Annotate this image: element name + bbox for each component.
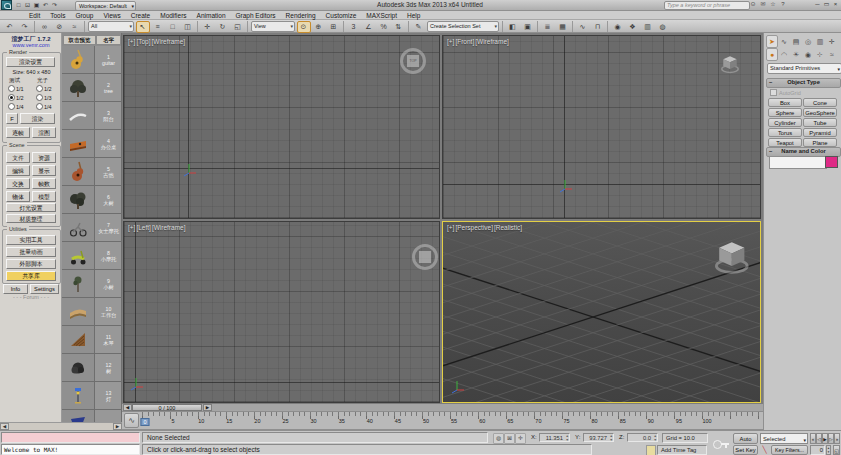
time-slider-right-arrow[interactable]: ▶ bbox=[203, 404, 212, 411]
select-and-link-button[interactable]: ∞ bbox=[38, 21, 52, 33]
helpers-category[interactable]: ⊹ bbox=[814, 48, 826, 61]
time-slider-left-arrow[interactable]: ◀ bbox=[123, 404, 132, 411]
select-and-manipulate-button[interactable]: ⊕ bbox=[312, 21, 326, 33]
material-editor-button[interactable]: ◉ bbox=[611, 21, 625, 33]
info-button[interactable]: Info bbox=[3, 284, 28, 294]
material-sort-button[interactable]: 材质整理 bbox=[6, 214, 56, 223]
model-list-item[interactable]: 13灯 bbox=[62, 382, 122, 410]
align-button[interactable]: ▣ bbox=[521, 21, 535, 33]
model-name-cell[interactable]: 13灯 bbox=[95, 382, 122, 409]
menu-maxscript[interactable]: MAXScript bbox=[361, 11, 402, 20]
viewcube[interactable] bbox=[412, 244, 438, 270]
model-name-cell[interactable]: 12树 bbox=[95, 354, 122, 381]
menu-group[interactable]: Group bbox=[70, 11, 98, 20]
model-name-cell[interactable]: 9小树 bbox=[95, 270, 122, 297]
key-filters-button[interactable]: Key Filters... bbox=[771, 445, 808, 455]
modify-tab[interactable]: ∿ bbox=[778, 35, 790, 48]
key-filter-set-dropdown[interactable]: Selected bbox=[760, 433, 808, 444]
3ds-max-logo[interactable] bbox=[1, 0, 12, 10]
model-list-item[interactable]: 2tree bbox=[62, 74, 122, 102]
viewport-name-token[interactable]: [Front] bbox=[455, 38, 474, 45]
viewport-name-token[interactable]: [Perspective] bbox=[455, 224, 493, 231]
create-teapot-button[interactable]: Teapot bbox=[768, 138, 802, 147]
utility-button-共享库[interactable]: 共享库 bbox=[6, 271, 56, 281]
viewport-menu-token[interactable]: [+] bbox=[447, 38, 454, 45]
create-geosphere-button[interactable]: GeoSphere bbox=[803, 108, 837, 117]
geometry-category[interactable]: ● bbox=[766, 48, 778, 61]
menu-create[interactable]: Create bbox=[126, 11, 156, 20]
viewport-name-token[interactable]: [Top] bbox=[136, 38, 150, 45]
viewcube[interactable] bbox=[721, 54, 739, 78]
scroll-right-icon[interactable]: ▶ bbox=[113, 423, 122, 430]
viewport-name-token[interactable]: [Left] bbox=[136, 224, 150, 231]
save-file-icon[interactable]: ▣ bbox=[32, 0, 41, 10]
model-name-cell[interactable]: 6大树 bbox=[95, 186, 122, 213]
plugin-website-link[interactable]: www.vemr.com bbox=[0, 42, 62, 48]
selection-filter-dropdown[interactable]: All bbox=[88, 21, 134, 32]
unlink-selection-button[interactable]: ⊘ bbox=[53, 21, 67, 33]
named-selection-sets-dropdown[interactable]: Create Selection Set bbox=[427, 21, 499, 32]
isolate-selection-toggle[interactable]: ◍ bbox=[493, 433, 504, 444]
percent-snap-toggle-button[interactable]: % bbox=[377, 21, 391, 33]
viewport-top[interactable]: [+][Top][Wireframe] TOP bbox=[123, 35, 440, 219]
scene-button-文件[interactable]: 文件 bbox=[6, 152, 30, 163]
create-sphere-button[interactable]: Sphere bbox=[768, 108, 802, 117]
close-button[interactable]: × bbox=[831, 0, 840, 9]
layer-manager-button[interactable]: ≣ bbox=[541, 21, 555, 33]
window-crossing-toggle-button[interactable]: ◫ bbox=[181, 21, 195, 33]
model-list-item[interactable]: 6大树 bbox=[62, 186, 122, 214]
add-time-tag-field[interactable]: Add Time Tag bbox=[657, 445, 707, 455]
reference-coordinate-system-dropdown[interactable]: View bbox=[251, 21, 295, 32]
model-name-cell[interactable]: 4办公桌 bbox=[95, 130, 122, 157]
snaps-toggle-3d-button[interactable]: 3 bbox=[347, 21, 361, 33]
viewport-shading-token[interactable]: [Wireframe] bbox=[152, 224, 186, 231]
model-thumbnail-xylophone[interactable] bbox=[62, 326, 95, 353]
viewport-menu-token[interactable]: [+] bbox=[447, 224, 454, 231]
viewport-label[interactable]: [+][Front][Wireframe] bbox=[447, 38, 510, 45]
minimize-button[interactable]: ─ bbox=[813, 0, 822, 9]
set-keys-key-icon[interactable] bbox=[712, 434, 730, 453]
scene-button-交换[interactable]: 交换 bbox=[6, 178, 30, 189]
mini-curve-editor-button[interactable]: ∿ bbox=[124, 413, 139, 428]
utility-button-外部脚本[interactable]: 外部脚本 bbox=[6, 259, 56, 269]
menu-edit[interactable]: Edit bbox=[24, 11, 45, 20]
favorites-icon[interactable]: ☆ bbox=[768, 0, 778, 9]
model-thumbnail-bigtree[interactable] bbox=[62, 186, 95, 213]
maxscript-mini-listener[interactable]: Welcome to MAX! bbox=[1, 444, 140, 455]
frame-spinner[interactable]: ▲▼ bbox=[826, 445, 831, 455]
infocenter-search-input[interactable]: Type a keyword or phrase bbox=[664, 1, 750, 10]
create-cone-button[interactable]: Cone bbox=[803, 98, 837, 107]
viewport-label[interactable]: [+][Top][Wireframe] bbox=[128, 38, 186, 45]
model-thumbnail-curve[interactable] bbox=[62, 102, 95, 129]
model-name-cell[interactable]: 7女士摩托 bbox=[95, 214, 122, 241]
set-key-button[interactable]: Set Key bbox=[733, 445, 758, 455]
viewport-menu-token[interactable]: [+] bbox=[128, 38, 135, 45]
model-thumbnail-tree[interactable] bbox=[62, 74, 95, 101]
redo-button[interactable]: ↷ bbox=[18, 21, 32, 33]
model-name-cell[interactable]: 1guitar bbox=[95, 46, 122, 73]
scene-button-编辑[interactable]: 编辑 bbox=[6, 165, 30, 176]
utility-button-批量动画[interactable]: 批量动画 bbox=[6, 247, 56, 257]
create-cylinder-button[interactable]: Cylinder bbox=[768, 118, 802, 127]
menu-tools[interactable]: Tools bbox=[45, 11, 70, 20]
model-thumbnail-rock[interactable] bbox=[62, 354, 95, 381]
viewcube[interactable]: TOP bbox=[400, 48, 426, 74]
model-thumbnail-scooter[interactable] bbox=[62, 242, 95, 269]
scene-button-模型[interactable]: 模型 bbox=[32, 191, 56, 202]
object-color-swatch[interactable] bbox=[825, 156, 838, 168]
model-list-item[interactable]: 3阳台 bbox=[62, 102, 122, 130]
model-thumbnail-guitar2[interactable] bbox=[62, 158, 95, 185]
settings-button[interactable]: Settings bbox=[30, 284, 59, 294]
utility-button-实用工具[interactable]: 实用工具 bbox=[6, 235, 56, 245]
create-pyramid-button[interactable]: Pyramid bbox=[803, 128, 837, 137]
select-by-name-button[interactable]: ≡ bbox=[151, 21, 165, 33]
f-button[interactable]: F bbox=[6, 113, 18, 124]
model-list-item[interactable]: 1guitar bbox=[62, 46, 122, 74]
z-coordinate-field[interactable]: 0.0▲▼ bbox=[627, 433, 658, 442]
per-frame-button[interactable]: 逐帧 bbox=[6, 127, 30, 138]
viewport-front[interactable]: [+][Front][Wireframe] bbox=[442, 35, 761, 219]
model-list-item[interactable]: 5吉他 bbox=[62, 158, 122, 186]
time-slider-track[interactable]: ◀ 0 / 100 ▶ bbox=[122, 404, 763, 412]
render-production-button[interactable]: ◍ bbox=[656, 21, 670, 33]
menu-animation[interactable]: Animation bbox=[192, 11, 231, 20]
